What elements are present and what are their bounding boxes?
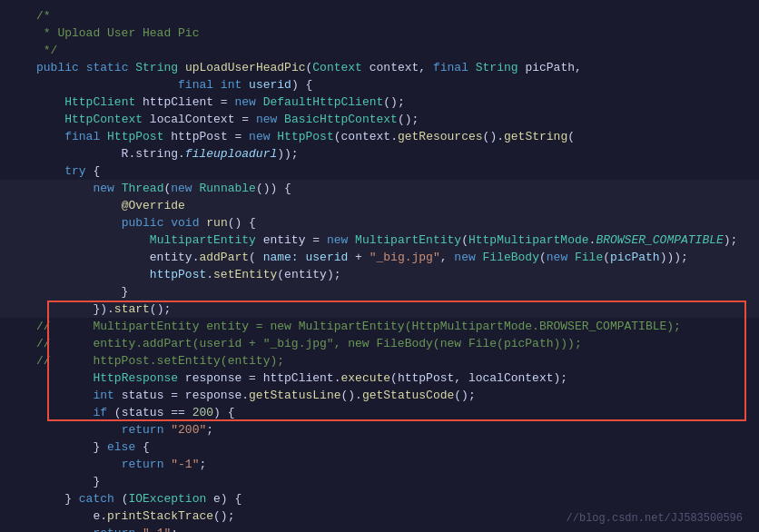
code-line: } catch (IOException e) { (0, 490, 759, 507)
code-line: // httpPost.setEntity(entity); (0, 352, 759, 369)
code-line: if (status == 200) { (0, 404, 759, 421)
code-line: // entity.addPart(userid + "_big.jpg", n… (0, 335, 759, 352)
code-line: try { (0, 163, 759, 180)
code-line: } (0, 473, 759, 490)
code-line: return "-1"; (0, 525, 759, 532)
code-line: HttpClient httpClient = new DefaultHttpC… (0, 94, 759, 111)
code-line: }).start(); (0, 300, 759, 318)
code-line: new Thread(new Runnable()) { (0, 180, 759, 197)
code-line: } else { (0, 438, 759, 456)
code-line: int status = response.getStatusLine().ge… (0, 387, 759, 404)
code-editor: /* * Upload User Head Pic */ public stat… (0, 0, 759, 532)
code-line: @Override (0, 197, 759, 214)
code-line: */ (0, 42, 759, 59)
code-line: HttpResponse response = httpClient.execu… (0, 369, 759, 387)
watermark: //blog.csdn.net/JJ583500596 (567, 512, 743, 525)
code-line: HttpContext localContext = new BasicHttp… (0, 111, 759, 128)
code-line: // MultipartEntity entity = new Multipar… (0, 318, 759, 335)
code-line: public void run() { (0, 214, 759, 232)
code-line: /* (0, 7, 759, 25)
code-line: final HttpPost httpPost = new HttpPost(c… (0, 128, 759, 145)
code-line: public static String upLoadUserHeadPic(C… (0, 59, 759, 76)
code-line: httpPost.setEntity(entity); (0, 266, 759, 283)
code-line: * Upload User Head Pic (0, 25, 759, 42)
code-line: } (0, 283, 759, 300)
code-line: MultipartEntity entity = new MultipartEn… (0, 232, 759, 249)
code-line: R.string.fileuploadurl)); (0, 145, 759, 163)
code-line: return "200"; (0, 421, 759, 438)
code-line: return "-1"; (0, 456, 759, 473)
code-line: entity.addPart( name: userid + "_big.jpg… (0, 249, 759, 266)
code-line: final int userid) { (0, 76, 759, 94)
